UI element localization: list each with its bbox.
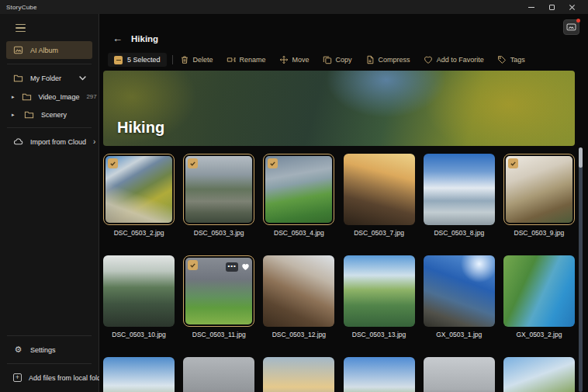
- slideshow-button[interactable]: [563, 19, 579, 35]
- close-button[interactable]: [562, 0, 582, 14]
- photo-thumbnail[interactable]: •••: [183, 357, 254, 392]
- expand-triangle-icon[interactable]: ▸: [12, 112, 17, 118]
- photo-image: [263, 255, 334, 327]
- more-options-icon[interactable]: •••: [226, 262, 238, 272]
- photo-item[interactable]: •••: [344, 357, 415, 392]
- photo-item[interactable]: ••• DSC_0503_2.jpg: [103, 154, 175, 237]
- photo-filename: DSC_0503_12.jpg: [263, 331, 334, 338]
- photo-item[interactable]: ••• DSC_0503_7.jpg: [344, 154, 415, 237]
- minimize-button[interactable]: [521, 0, 541, 14]
- sidebar-item-scenery[interactable]: ▸ Scenery: [6, 106, 92, 123]
- photo-image: [424, 255, 495, 327]
- photo-item[interactable]: ••• DSC_0503_9.jpg: [503, 154, 575, 237]
- window-controls: [521, 0, 582, 14]
- scrollbar-track[interactable]: [579, 147, 583, 392]
- photo-image: [183, 357, 254, 392]
- toolbar-action-label: Tags: [510, 56, 525, 64]
- selected-checkbox-icon[interactable]: [268, 158, 278, 168]
- minimize-icon: [528, 7, 534, 8]
- toolbar-action-button[interactable]: Rename: [227, 55, 266, 64]
- trash-icon: [180, 55, 189, 64]
- photo-thumbnail[interactable]: •••: [503, 357, 575, 392]
- toolbar-action-button[interactable]: Copy: [323, 55, 352, 64]
- photo-thumbnail[interactable]: •••: [424, 357, 495, 392]
- sidebar-divider: [7, 335, 92, 336]
- photo-item[interactable]: •••: [503, 357, 575, 392]
- toolbar-action-label: Add to Favorite: [437, 56, 484, 64]
- favorite-heart-icon[interactable]: [241, 260, 250, 274]
- photo-image: [503, 357, 575, 392]
- folder-icon: [22, 92, 32, 102]
- sidebar-item-video-image[interactable]: ▸ Video_Image 297: [6, 88, 92, 105]
- selected-checkbox-icon[interactable]: [188, 158, 198, 168]
- photo-thumbnail[interactable]: •••: [103, 357, 175, 392]
- notification-dot: [576, 19, 580, 23]
- photo-item[interactable]: ••• GX_0503_1.jpg: [424, 255, 495, 338]
- chevron-down-icon[interactable]: [78, 73, 88, 83]
- photo-item[interactable]: ••• DSC_0503_3.jpg: [183, 154, 254, 237]
- sidebar-item-my-folder[interactable]: My Folder: [6, 69, 92, 87]
- photo-image: [344, 255, 415, 327]
- photo-thumbnail[interactable]: •••: [183, 255, 254, 327]
- photo-thumbnail[interactable]: •••: [503, 255, 575, 327]
- sidebar-item-label: Video_Image: [39, 93, 80, 101]
- toolbar-action-button[interactable]: Add to Favorite: [424, 55, 484, 64]
- photo-item[interactable]: •••: [263, 357, 334, 392]
- add-files-button[interactable]: + Add files from local folders: [6, 369, 92, 387]
- main-content: ← Hiking 5 Selected Delete Rename Move C…: [99, 14, 588, 392]
- photo-item[interactable]: ••• DSC_0503_10.jpg: [103, 255, 175, 338]
- photo-filename: DSC_0503_7.jpg: [344, 229, 415, 237]
- compress-icon: [365, 55, 375, 64]
- photo-filename: DSC_0503_10.jpg: [103, 331, 175, 338]
- back-button[interactable]: ←: [112, 33, 123, 44]
- maximize-button[interactable]: [541, 0, 562, 14]
- selected-checkbox-icon[interactable]: [508, 158, 518, 168]
- photo-thumbnail[interactable]: •••: [103, 154, 175, 225]
- toolbar-action-button[interactable]: Tags: [497, 55, 525, 64]
- photo-thumbnail[interactable]: •••: [344, 154, 415, 225]
- selection-checkbox-chip[interactable]: 5 Selected: [108, 53, 167, 67]
- selected-checkbox-icon[interactable]: [108, 158, 118, 168]
- photo-item[interactable]: •••: [183, 357, 254, 392]
- photo-item[interactable]: ••• DSC_0503_13.jpg: [344, 255, 415, 338]
- photo-thumbnail[interactable]: •••: [103, 255, 175, 327]
- photo-thumbnail[interactable]: •••: [344, 255, 415, 327]
- photo-thumbnail[interactable]: •••: [344, 357, 415, 392]
- photo-thumbnail[interactable]: •••: [503, 154, 575, 225]
- photo-thumbnail[interactable]: •••: [263, 154, 334, 225]
- photo-item[interactable]: •••: [103, 357, 175, 392]
- toolbar-action-button[interactable]: Move: [279, 55, 310, 64]
- toolbar-action-button[interactable]: Compress: [365, 55, 410, 64]
- photo-thumbnail[interactable]: •••: [263, 357, 334, 392]
- photo-image: [344, 357, 415, 392]
- sidebar-item-ai-album[interactable]: AI Album: [6, 41, 92, 59]
- photo-thumbnail[interactable]: •••: [183, 154, 254, 225]
- photo-filename: DSC_0503_4.jpg: [263, 229, 334, 237]
- photo-thumbnail[interactable]: •••: [263, 255, 334, 327]
- gear-icon: ⚙: [13, 345, 23, 355]
- add-files-label: Add files from local folders: [29, 374, 111, 382]
- slideshow-icon: [566, 23, 576, 32]
- sidebar-item-import-from-cloud[interactable]: Import from Cloud ›: [6, 133, 92, 151]
- toolbar-separator: [172, 55, 173, 64]
- indeterminate-checkbox-icon[interactable]: [114, 56, 123, 64]
- banner-title: Hiking: [117, 119, 164, 137]
- photo-item[interactable]: ••• GX_0503_2.jpg: [503, 255, 575, 338]
- sidebar-item-settings[interactable]: ⚙ Settings: [6, 341, 92, 359]
- photo-thumbnail[interactable]: •••: [424, 154, 495, 225]
- photo-item[interactable]: ••• DSC_0503_4.jpg: [263, 154, 334, 237]
- expand-triangle-icon[interactable]: ▸: [12, 94, 15, 100]
- menu-toggle-button[interactable]: [14, 20, 37, 36]
- photo-item[interactable]: ••• DSC_0503_8.jpg: [424, 154, 495, 237]
- toolbar-action-button[interactable]: Delete: [180, 55, 213, 64]
- album-icon: [13, 45, 23, 55]
- scrollbar-thumb[interactable]: [579, 147, 583, 168]
- photo-thumbnail[interactable]: •••: [424, 255, 495, 327]
- photo-filename: GX_0503_2.jpg: [503, 331, 575, 338]
- photo-item[interactable]: •••: [424, 357, 495, 392]
- selected-checkbox-icon[interactable]: [188, 260, 198, 270]
- photo-grid: ••• DSC_0503_2.jpg ••• DSC_0503_3.jpg: [103, 154, 575, 392]
- photo-image: [424, 357, 495, 392]
- photo-item[interactable]: ••• DSC_0503_12.jpg: [263, 255, 334, 338]
- photo-item[interactable]: ••• DSC_0503_11.jpg: [183, 255, 254, 338]
